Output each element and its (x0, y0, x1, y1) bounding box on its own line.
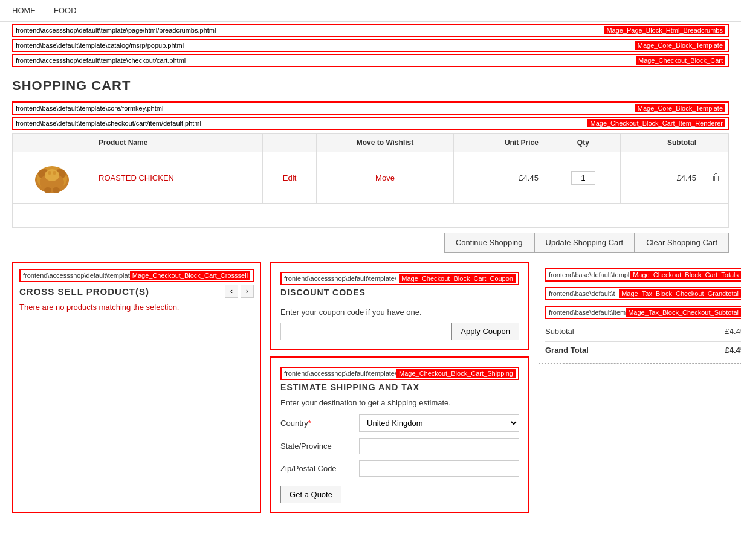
shipping-description: Enter your destination to get a shipping… (280, 398, 519, 407)
zip-label: Zip/Postal Code (280, 464, 359, 473)
state-label: State/Province (280, 442, 359, 451)
svg-point-8 (48, 171, 51, 175)
spacer-row (13, 204, 729, 228)
debug-cart-bar: frontend\accessshop\default\template\che… (12, 54, 729, 67)
page-title: SHOPPING CART (12, 69, 729, 100)
qty-cell[interactable] (546, 152, 620, 204)
delete-cell[interactable]: 🗑 (704, 152, 729, 204)
svg-point-7 (45, 169, 59, 181)
debug-cartitem-bar: frontend\base\default\template\checkout/… (12, 117, 729, 130)
move-link[interactable]: Move (375, 173, 395, 182)
table-row: ROASTED CHICKEN Edit Move £4.45 £4.45 🗑 (13, 152, 729, 204)
svg-point-5 (44, 187, 51, 193)
cross-sell-title: CROSS SELL PRODUCT(S) (19, 286, 149, 297)
product-image-cell (13, 152, 91, 204)
product-name-cell: ROASTED CHICKEN (91, 152, 263, 204)
debug-shipping-bar: frontend\accessshop\default\template\ Ma… (280, 367, 519, 380)
country-select[interactable]: United Kingdom United States Germany Fra… (359, 414, 519, 432)
chicken-image (31, 157, 73, 196)
cross-sell-empty: There are no products matching the selec… (19, 303, 254, 312)
coupon-input[interactable] (280, 323, 451, 340)
country-row: Country* United Kingdom United States Ge… (280, 414, 519, 432)
continue-shopping-button[interactable]: Continue Shopping (444, 233, 534, 253)
grand-total-row: Grand Total £4.45 (545, 341, 741, 357)
subtotal-row: Subtotal £4.45 (545, 324, 741, 338)
cross-sell-box: frontend\accessshop\default\templat Mage… (12, 262, 261, 513)
grand-total-value: £4.45 (725, 346, 741, 355)
col-product-name: Product Name (91, 134, 263, 152)
cross-sell-header: CROSS SELL PRODUCT(S) ‹ › (19, 285, 254, 298)
debug-formkey-bar: frontend\base\default\template\core/form… (12, 101, 729, 115)
grand-total-label: Grand Total (545, 346, 589, 355)
clear-cart-button[interactable]: Clear Shopping Cart (635, 233, 729, 253)
subtotal-value: £4.45 (725, 327, 741, 336)
edit-link[interactable]: Edit (283, 173, 296, 182)
debug-sub-bar: frontend\base\default\item Mage_Tax_Bloc… (545, 306, 741, 319)
svg-point-9 (53, 171, 56, 175)
price-cell: £4.45 (453, 152, 546, 204)
svg-point-6 (53, 187, 60, 193)
discount-box: frontend\accessshop\default\template\ Ma… (270, 262, 529, 350)
state-row: State/Province (280, 438, 519, 454)
country-label: Country* (280, 419, 359, 428)
edit-cell[interactable]: Edit (262, 152, 317, 204)
update-cart-button[interactable]: Update Shopping Cart (534, 233, 635, 253)
cross-sell-nav: ‹ › (225, 285, 254, 298)
nav-home[interactable]: HOME (12, 6, 36, 15)
nav-food[interactable]: FOOD (54, 6, 77, 15)
totals-box: frontend\base\default\templ Mage_Checkou… (539, 262, 741, 364)
coupon-row: Apply Coupon (280, 323, 519, 340)
col-action (704, 134, 729, 152)
col-edit (262, 134, 317, 152)
zip-row: Zip/Postal Code (280, 460, 519, 477)
qty-input[interactable] (571, 171, 595, 185)
col-qty: Qty (546, 134, 620, 152)
debug-grand-bar: frontend\base\default\t Mage_Tax_Block_C… (545, 287, 741, 300)
debug-coupon-bar: frontend\accessshop\default\template\ Ma… (280, 272, 519, 285)
nav-bar: HOME FOOD (0, 0, 741, 22)
discount-title: DISCOUNT CODES (280, 288, 519, 301)
subtotal-label: Subtotal (545, 327, 574, 336)
debug-totals-bar: frontend\base\default\templ Mage_Checkou… (545, 268, 741, 282)
col-img (13, 134, 91, 152)
debug-breadcrumbs-bar: frontend\accessshop\default\template\pag… (12, 24, 729, 37)
delete-icon[interactable]: 🗑 (711, 172, 721, 182)
subtotal-cell: £4.45 (620, 152, 704, 204)
col-wishlist: Move to Wishlist (317, 134, 453, 152)
debug-msrp-bar: frontend\base\default\template\catalog/m… (12, 39, 729, 52)
apply-coupon-button[interactable]: Apply Coupon (451, 323, 519, 340)
discount-description: Enter your coupon code if you have one. (280, 307, 519, 317)
state-input[interactable] (359, 438, 519, 454)
cross-sell-prev-button[interactable]: ‹ (225, 285, 238, 298)
cross-sell-next-button[interactable]: › (241, 285, 254, 298)
move-cell[interactable]: Move (317, 152, 453, 204)
middle-section: frontend\accessshop\default\template\ Ma… (270, 262, 529, 513)
zip-input[interactable] (359, 460, 519, 477)
debug-crosssell-bar: frontend\accessshop\default\templat Mage… (19, 269, 254, 282)
get-quote-button[interactable]: Get a Quote (280, 486, 341, 503)
lower-section: frontend\accessshop\default\templat Mage… (12, 262, 729, 532)
col-price: Unit Price (453, 134, 546, 152)
shipping-title: ESTIMATE SHIPPING AND TAX (280, 382, 519, 392)
col-subtotal: Subtotal (620, 134, 704, 152)
product-name-link[interactable]: ROASTED CHICKEN (99, 173, 174, 182)
shipping-box: frontend\accessshop\default\template\ Ma… (270, 356, 529, 513)
cart-actions: Continue Shopping Update Shopping Cart C… (12, 233, 729, 253)
cart-table: Product Name Move to Wishlist Unit Price… (12, 133, 729, 228)
